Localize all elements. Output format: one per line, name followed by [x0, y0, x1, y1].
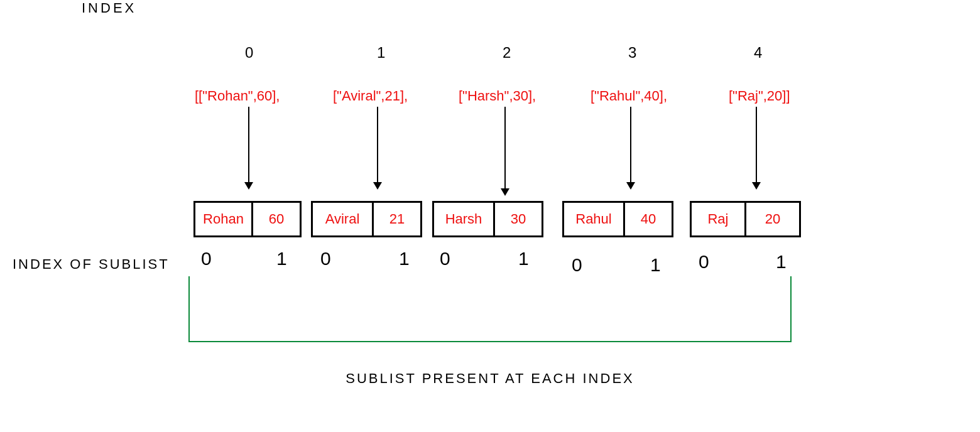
index-number-4: 4 [754, 44, 762, 62]
sub-index-1-0: 0 [320, 248, 331, 269]
cell-value-2: 30 [493, 201, 543, 237]
literal-0: [["Rohan",60], [195, 88, 280, 104]
cell-name-0: Rohan [193, 201, 253, 237]
bracket [188, 276, 792, 342]
cell-value-4: 20 [744, 201, 801, 237]
cell-name-2: Harsh [432, 201, 495, 237]
cell-name-1: Aviral [311, 201, 374, 237]
literal-3: ["Rahul",40], [591, 88, 667, 104]
cell-name-3: Rahul [562, 201, 625, 237]
literal-2: ["Harsh",30], [459, 88, 536, 104]
sub-index-0-0: 0 [201, 248, 212, 269]
index-number-0: 0 [245, 44, 253, 62]
sub-index-1-1: 1 [399, 248, 410, 269]
arrow-2 [504, 107, 506, 195]
sub-index-4-1: 1 [776, 251, 787, 273]
index-label: INDEX [82, 0, 136, 16]
index-number-2: 2 [503, 44, 511, 62]
sub-index-0-1: 1 [276, 248, 287, 269]
literal-1: ["Aviral",21], [333, 88, 408, 104]
arrow-4 [756, 107, 757, 188]
literal-4: ["Raj",20]] [729, 88, 790, 104]
index-number-1: 1 [377, 44, 385, 62]
arrow-0 [248, 107, 249, 188]
sublist-index-label: INDEX OF SUBLIST [13, 256, 170, 273]
sub-index-3-0: 0 [572, 254, 582, 276]
sub-index-3-1: 1 [650, 254, 661, 276]
index-number-3: 3 [628, 44, 636, 62]
arrow-1 [377, 107, 378, 188]
sub-index-2-0: 0 [440, 248, 450, 269]
cell-value-3: 40 [623, 201, 673, 237]
cell-value-1: 21 [372, 201, 422, 237]
cell-name-4: Raj [690, 201, 746, 237]
arrow-3 [630, 107, 631, 188]
sub-index-4-0: 0 [699, 251, 709, 273]
cell-value-0: 60 [251, 201, 302, 237]
caption: SUBLIST PRESENT AT EACH INDEX [0, 370, 980, 387]
sub-index-2-1: 1 [518, 248, 529, 269]
